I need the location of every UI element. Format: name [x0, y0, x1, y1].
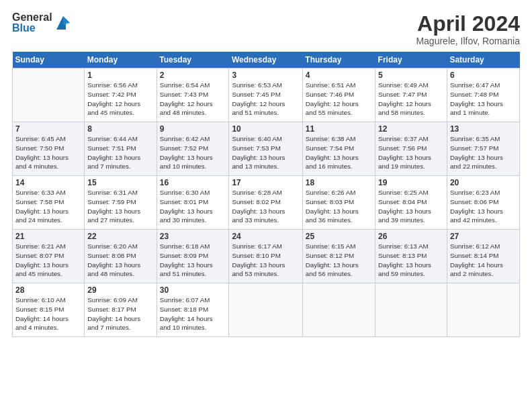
- svg-marker-1: [63, 16, 70, 26]
- table-row: 19Sunrise: 6:25 AM Sunset: 8:04 PM Dayli…: [375, 176, 447, 230]
- table-row: 30Sunrise: 6:07 AM Sunset: 8:18 PM Dayli…: [157, 283, 229, 337]
- table-row: 6Sunrise: 6:47 AM Sunset: 7:48 PM Daylig…: [447, 68, 519, 122]
- table-row: 2Sunrise: 6:54 AM Sunset: 7:43 PM Daylig…: [157, 68, 229, 122]
- day-number: 23: [160, 232, 226, 241]
- day-info: Sunrise: 6:13 AM Sunset: 8:13 PM Dayligh…: [378, 242, 444, 279]
- day-info: Sunrise: 6:47 AM Sunset: 7:48 PM Dayligh…: [450, 81, 517, 118]
- day-info: Sunrise: 6:07 AM Sunset: 8:18 PM Dayligh…: [160, 295, 226, 332]
- table-row: 15Sunrise: 6:31 AM Sunset: 7:59 PM Dayli…: [85, 176, 157, 230]
- day-info: Sunrise: 6:25 AM Sunset: 8:04 PM Dayligh…: [378, 188, 444, 225]
- month-title: April 2024: [416, 12, 520, 36]
- table-row: 7Sunrise: 6:45 AM Sunset: 7:50 PM Daylig…: [13, 122, 85, 176]
- table-row: 25Sunrise: 6:15 AM Sunset: 8:12 PM Dayli…: [302, 230, 375, 283]
- day-info: Sunrise: 6:49 AM Sunset: 7:47 PM Dayligh…: [378, 81, 444, 118]
- day-number: 26: [378, 232, 444, 241]
- day-number: 6: [450, 71, 517, 80]
- table-row: 24Sunrise: 6:17 AM Sunset: 8:10 PM Dayli…: [229, 230, 302, 283]
- day-info: Sunrise: 6:42 AM Sunset: 7:52 PM Dayligh…: [160, 134, 226, 171]
- table-row: 16Sunrise: 6:30 AM Sunset: 8:01 PM Dayli…: [157, 176, 229, 230]
- day-info: Sunrise: 6:17 AM Sunset: 8:10 PM Dayligh…: [232, 242, 299, 279]
- table-row: 27Sunrise: 6:12 AM Sunset: 8:14 PM Dayli…: [447, 230, 519, 283]
- day-number: 2: [160, 71, 226, 80]
- location: Magurele, Ilfov, Romania: [416, 36, 520, 46]
- day-info: Sunrise: 6:56 AM Sunset: 7:42 PM Dayligh…: [87, 81, 153, 118]
- table-row: 20Sunrise: 6:23 AM Sunset: 8:06 PM Dayli…: [447, 176, 519, 230]
- day-number: 19: [378, 178, 444, 187]
- header-tuesday: Tuesday: [157, 52, 229, 68]
- day-info: Sunrise: 6:28 AM Sunset: 8:02 PM Dayligh…: [232, 188, 299, 225]
- day-number: 12: [378, 124, 444, 134]
- day-info: Sunrise: 6:51 AM Sunset: 7:46 PM Dayligh…: [306, 81, 372, 118]
- day-number: 18: [306, 178, 372, 187]
- table-row: 4Sunrise: 6:51 AM Sunset: 7:46 PM Daylig…: [302, 68, 375, 122]
- day-number: 27: [450, 232, 517, 241]
- table-row: 12Sunrise: 6:37 AM Sunset: 7:56 PM Dayli…: [375, 122, 447, 176]
- day-number: 13: [450, 124, 517, 134]
- logo-icon: [54, 13, 73, 32]
- table-row: 5Sunrise: 6:49 AM Sunset: 7:47 PM Daylig…: [375, 68, 447, 122]
- table-row: 13Sunrise: 6:35 AM Sunset: 7:57 PM Dayli…: [447, 122, 519, 176]
- table-row: [302, 283, 375, 337]
- logo: General Blue: [12, 12, 73, 34]
- table-row: 17Sunrise: 6:28 AM Sunset: 8:02 PM Dayli…: [229, 176, 302, 230]
- day-info: Sunrise: 6:09 AM Sunset: 8:17 PM Dayligh…: [87, 295, 153, 332]
- calendar-table: Sunday Monday Tuesday Wednesday Thursday…: [12, 52, 520, 337]
- calendar-week-row: 28Sunrise: 6:10 AM Sunset: 8:15 PM Dayli…: [13, 283, 520, 337]
- header-sunday: Sunday: [13, 52, 85, 68]
- day-number: 7: [15, 124, 81, 134]
- calendar-week-row: 21Sunrise: 6:21 AM Sunset: 8:07 PM Dayli…: [13, 230, 520, 283]
- header-saturday: Saturday: [447, 52, 519, 68]
- header-monday: Monday: [85, 52, 157, 68]
- day-info: Sunrise: 6:30 AM Sunset: 8:01 PM Dayligh…: [160, 188, 226, 225]
- logo-text: General Blue: [12, 12, 52, 34]
- table-row: [13, 68, 85, 122]
- table-row: 11Sunrise: 6:38 AM Sunset: 7:54 PM Dayli…: [302, 122, 375, 176]
- table-row: 23Sunrise: 6:18 AM Sunset: 8:09 PM Dayli…: [157, 230, 229, 283]
- table-row: 10Sunrise: 6:40 AM Sunset: 7:53 PM Dayli…: [229, 122, 302, 176]
- table-row: 28Sunrise: 6:10 AM Sunset: 8:15 PM Dayli…: [13, 283, 85, 337]
- day-number: 8: [87, 124, 153, 134]
- table-row: 14Sunrise: 6:33 AM Sunset: 7:58 PM Dayli…: [13, 176, 85, 230]
- table-row: 21Sunrise: 6:21 AM Sunset: 8:07 PM Dayli…: [13, 230, 85, 283]
- day-number: 20: [450, 178, 517, 187]
- header-wednesday: Wednesday: [229, 52, 302, 68]
- logo-general: General: [12, 12, 52, 23]
- table-row: 3Sunrise: 6:53 AM Sunset: 7:45 PM Daylig…: [229, 68, 302, 122]
- day-info: Sunrise: 6:15 AM Sunset: 8:12 PM Dayligh…: [306, 242, 372, 279]
- day-info: Sunrise: 6:38 AM Sunset: 7:54 PM Dayligh…: [306, 134, 372, 171]
- day-info: Sunrise: 6:37 AM Sunset: 7:56 PM Dayligh…: [378, 134, 444, 171]
- logo-blue: Blue: [12, 23, 52, 34]
- table-row: [229, 283, 302, 337]
- calendar-header-row: Sunday Monday Tuesday Wednesday Thursday…: [13, 52, 520, 68]
- calendar-week-row: 14Sunrise: 6:33 AM Sunset: 7:58 PM Dayli…: [13, 176, 520, 230]
- day-number: 14: [15, 178, 81, 187]
- day-info: Sunrise: 6:35 AM Sunset: 7:57 PM Dayligh…: [450, 134, 517, 171]
- table-row: 1Sunrise: 6:56 AM Sunset: 7:42 PM Daylig…: [85, 68, 157, 122]
- day-info: Sunrise: 6:54 AM Sunset: 7:43 PM Dayligh…: [160, 81, 226, 118]
- day-info: Sunrise: 6:18 AM Sunset: 8:09 PM Dayligh…: [160, 242, 226, 279]
- day-info: Sunrise: 6:10 AM Sunset: 8:15 PM Dayligh…: [15, 295, 81, 332]
- day-info: Sunrise: 6:21 AM Sunset: 8:07 PM Dayligh…: [15, 242, 81, 279]
- table-row: 18Sunrise: 6:26 AM Sunset: 8:03 PM Dayli…: [302, 176, 375, 230]
- table-row: 8Sunrise: 6:44 AM Sunset: 7:51 PM Daylig…: [85, 122, 157, 176]
- day-info: Sunrise: 6:12 AM Sunset: 8:14 PM Dayligh…: [450, 242, 517, 279]
- day-info: Sunrise: 6:20 AM Sunset: 8:08 PM Dayligh…: [87, 242, 153, 279]
- table-row: 29Sunrise: 6:09 AM Sunset: 8:17 PM Dayli…: [85, 283, 157, 337]
- calendar-week-row: 1Sunrise: 6:56 AM Sunset: 7:42 PM Daylig…: [13, 68, 520, 122]
- day-number: 25: [306, 232, 372, 241]
- day-number: 22: [87, 232, 153, 241]
- day-number: 5: [378, 71, 444, 80]
- day-number: 3: [232, 71, 299, 80]
- header-thursday: Thursday: [302, 52, 375, 68]
- day-number: 30: [160, 285, 226, 295]
- day-info: Sunrise: 6:33 AM Sunset: 7:58 PM Dayligh…: [15, 188, 81, 225]
- table-row: [447, 283, 519, 337]
- day-info: Sunrise: 6:23 AM Sunset: 8:06 PM Dayligh…: [450, 188, 517, 225]
- day-number: 9: [160, 124, 226, 134]
- title-block: April 2024 Magurele, Ilfov, Romania: [416, 12, 520, 46]
- day-number: 28: [15, 285, 81, 295]
- calendar-week-row: 7Sunrise: 6:45 AM Sunset: 7:50 PM Daylig…: [13, 122, 520, 176]
- day-info: Sunrise: 6:26 AM Sunset: 8:03 PM Dayligh…: [306, 188, 372, 225]
- day-number: 24: [232, 232, 299, 241]
- table-row: [375, 283, 447, 337]
